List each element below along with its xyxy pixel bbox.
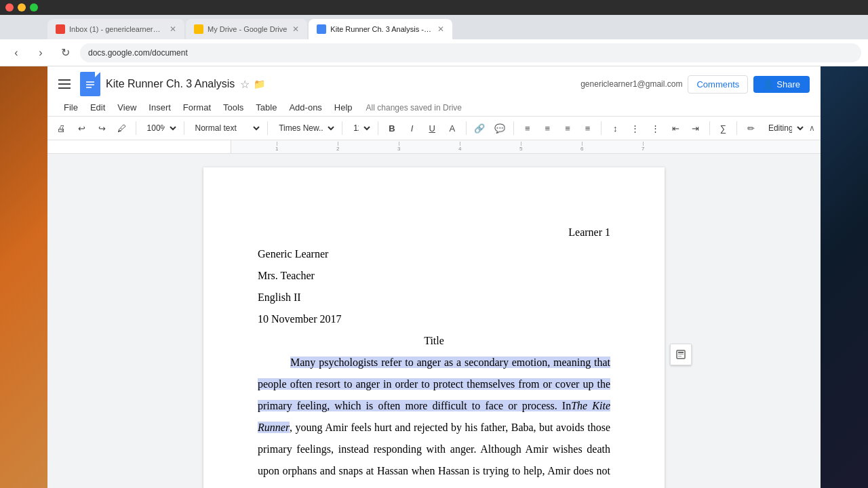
align-center-button[interactable]: ≡ <box>539 119 557 137</box>
zoom-select[interactable]: 100% <box>141 119 179 137</box>
collapse-toolbar-button[interactable]: ∧ <box>809 123 815 133</box>
doc-date: 10 November 2017 <box>258 308 610 330</box>
doc-body-paragraph[interactable]: Many psychologists refer to anger as a s… <box>258 352 610 488</box>
folder-icon[interactable]: 📁 <box>254 79 265 89</box>
text-color-button[interactable]: A <box>443 119 461 137</box>
maximize-button[interactable] <box>30 3 38 12</box>
drive-favicon <box>194 24 203 34</box>
separator-5 <box>378 121 378 135</box>
menu-addons[interactable]: Add-ons <box>283 100 327 115</box>
side-panel-button[interactable] <box>670 344 692 365</box>
redo-button[interactable]: ↪ <box>93 119 111 137</box>
title-icons: ☆ 📁 <box>240 78 265 91</box>
separator-10 <box>736 121 737 135</box>
tab-docs-active[interactable]: Kite Runner Ch. 3 Analysis - Google Docs… <box>309 19 452 39</box>
hamburger-menu-icon[interactable] <box>58 76 75 92</box>
address-bar[interactable]: docs.google.com/document <box>80 43 861 62</box>
comment-button[interactable]: 💬 <box>491 119 509 137</box>
comments-button[interactable]: Comments <box>688 75 748 94</box>
link-button[interactable]: 🔗 <box>471 119 489 137</box>
ruler-mark-1: 1 <box>275 142 278 152</box>
tab-drive[interactable]: My Drive - Google Drive ✕ <box>186 19 307 39</box>
title-left: Kite Runner Ch. 3 Analysis ☆ 📁 <box>58 72 265 96</box>
doc-header-right: Learner 1 <box>258 222 610 243</box>
line-spacing-button[interactable]: ↕ <box>606 119 624 137</box>
browser-chrome: ‹ › ↻ docs.google.com/document <box>0 39 868 66</box>
refresh-button[interactable]: ↻ <box>56 43 75 62</box>
header-right-buttons: genericlearner1@gmail.com Comments 👤 Sha… <box>580 75 810 94</box>
separator-9 <box>709 121 710 135</box>
ordered-list-button[interactable]: ⋮ <box>627 119 644 137</box>
increase-indent-button[interactable]: ⇥ <box>687 119 705 137</box>
close-button[interactable] <box>5 3 14 12</box>
menu-tools[interactable]: Tools <box>218 100 249 115</box>
doc-title[interactable]: Kite Runner Ch. 3 Analysis <box>106 78 235 90</box>
doc-class-name: English II <box>258 287 610 308</box>
print-button[interactable]: 🖨 <box>53 119 71 137</box>
menu-file[interactable]: File <box>58 100 83 115</box>
font-size-select[interactable]: 12 <box>347 119 373 137</box>
doc-author-name: Generic Learner <box>258 243 610 265</box>
tab-docs-label: Kite Runner Ch. 3 Analysis - Google Docs <box>330 25 432 33</box>
doc-area[interactable]: Learner 1 Generic Learner Mrs. Teacher E… <box>47 154 821 488</box>
ruler-mark-7: 7 <box>642 142 644 152</box>
title-bar: Kite Runner Ch. 3 Analysis ☆ 📁 genericle… <box>58 72 810 96</box>
ruler-mark-2: 2 <box>336 142 339 152</box>
user-email: genericlearner1@gmail.com <box>580 79 682 89</box>
minimize-button[interactable] <box>18 3 26 12</box>
paint-format-button[interactable]: 🖊 <box>113 119 131 137</box>
back-button[interactable]: ‹ <box>7 43 26 62</box>
align-left-button[interactable]: ≡ <box>519 119 536 137</box>
separator-8 <box>601 121 601 135</box>
menu-format[interactable]: Format <box>178 100 216 115</box>
tab-gmail[interactable]: Inbox (1) - genericlearner1@gmail.com - … <box>47 19 184 39</box>
justify-button[interactable]: ≡ <box>579 119 597 137</box>
menu-insert[interactable]: Insert <box>143 100 176 115</box>
separator-4 <box>342 121 342 135</box>
menu-help[interactable]: Help <box>329 100 358 115</box>
doc-essay-title: Title <box>424 335 444 346</box>
editing-mode-select[interactable]: Editing <box>762 119 806 137</box>
underline-button[interactable]: U <box>423 119 441 137</box>
undo-button[interactable]: ↩ <box>73 119 91 137</box>
browser-tabs: Inbox (1) - genericlearner1@gmail.com - … <box>0 15 868 39</box>
tab-drive-close[interactable]: ✕ <box>287 24 299 34</box>
separator-2 <box>184 121 184 135</box>
tab-docs-close[interactable]: ✕ <box>432 24 444 34</box>
decrease-indent-button[interactable]: ⇤ <box>667 119 684 137</box>
menu-edit[interactable]: Edit <box>85 100 111 115</box>
tab-gmail-close[interactable]: ✕ <box>164 24 176 34</box>
gdocs-window: Kite Runner Ch. 3 Analysis ☆ 📁 genericle… <box>47 66 821 488</box>
doc-page: Learner 1 Generic Learner Mrs. Teacher E… <box>203 167 665 488</box>
gmail-favicon <box>56 24 65 34</box>
doc-author: Generic Learner Mrs. Teacher English II … <box>258 243 610 330</box>
body-text-after-italic: , young Amir feels hurt and rejected by … <box>258 422 610 488</box>
formula-button[interactable]: ∑ <box>715 119 732 137</box>
gdocs-header: Kite Runner Ch. 3 Analysis ☆ 📁 genericle… <box>47 66 821 117</box>
pencil-icon[interactable]: ✏ <box>742 119 760 137</box>
doc-title-section: Title <box>258 330 610 352</box>
unordered-list-button[interactable]: ⋮ <box>647 119 665 137</box>
align-right-button[interactable]: ≡ <box>559 119 576 137</box>
separator-7 <box>513 121 514 135</box>
mac-titlebar <box>0 0 868 15</box>
header-right-text: Learner 1 <box>568 226 610 238</box>
ruler-mark-3: 3 <box>397 142 400 152</box>
address-text: docs.google.com/document <box>88 48 188 58</box>
star-icon[interactable]: ☆ <box>240 78 250 91</box>
font-family-select[interactable]: Times New... <box>273 119 337 137</box>
menu-view[interactable]: View <box>112 100 142 115</box>
docs-favicon <box>317 24 326 34</box>
toolbar: 🖨 ↩ ↪ 🖊 100% Normal text Times New... 12… <box>47 117 821 140</box>
share-button[interactable]: 👤 Share <box>753 76 810 93</box>
italic-button[interactable]: I <box>403 119 421 137</box>
bold-button[interactable]: B <box>383 119 401 137</box>
ruler-mark-4: 4 <box>458 142 461 152</box>
forward-button[interactable]: › <box>31 43 50 62</box>
separator-3 <box>267 121 268 135</box>
svg-rect-1 <box>86 84 94 85</box>
menu-table[interactable]: Table <box>250 100 282 115</box>
tab-drive-label: My Drive - Google Drive <box>208 25 287 33</box>
paragraph-style-select[interactable]: Normal text <box>189 119 263 137</box>
traffic-lights <box>0 3 38 12</box>
